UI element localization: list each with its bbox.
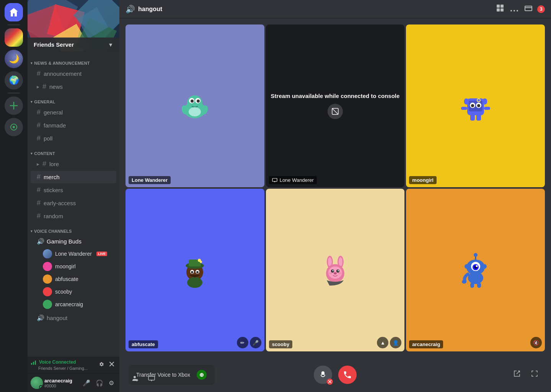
home-server-icon[interactable] <box>5 3 23 21</box>
channel-general[interactable]: # general 👤+ ⚙ <box>31 106 116 119</box>
chevron-up-icon[interactable]: ▲ <box>377 337 388 348</box>
svg-point-63 <box>329 272 333 274</box>
microphone-toggle-icon[interactable]: 🎤 <box>80 377 93 389</box>
voice-member-moongirl[interactable]: moongirl <box>31 260 116 273</box>
current-user-info: arcanecraig #0000 <box>44 378 79 388</box>
settings-icon[interactable]: ⚙ <box>107 109 113 116</box>
category-content[interactable]: ▾ CONTENT <box>28 145 119 157</box>
more-options-icon[interactable] <box>509 3 520 15</box>
voice-channel-hangout[interactable]: 🔊 hangout <box>31 312 116 324</box>
video-tile-arcanecraig: arcanecraig 🔇 <box>406 189 545 351</box>
explore-servers-button[interactable] <box>5 118 23 136</box>
svg-point-35 <box>477 104 480 107</box>
voice-member-scooby[interactable]: scooby <box>31 286 116 298</box>
mute-arcanecraig-icon[interactable]: 🔇 <box>530 337 542 348</box>
hang-up-button[interactable] <box>338 366 357 384</box>
planet-server-icon[interactable]: 🌍 <box>5 71 23 90</box>
svg-rect-80 <box>148 376 155 380</box>
svg-rect-3 <box>33 362 34 365</box>
call-right-controls <box>510 366 542 383</box>
moongirl-avatar-tile <box>456 87 495 125</box>
grid-view-icon[interactable] <box>494 2 506 16</box>
video-tile-moongirl: moongirl <box>406 24 545 187</box>
svg-point-71 <box>476 265 478 267</box>
speaker-icon: 🔊 <box>37 238 44 245</box>
main-content: 🔊 hangout 3 <box>119 0 551 392</box>
mute-tile-icon[interactable]: 🎤 <box>250 337 261 348</box>
svg-rect-6 <box>500 5 504 8</box>
channel-fanmade[interactable]: # fanmade <box>31 119 116 132</box>
headphones-toggle-icon[interactable]: 🎧 <box>93 377 106 389</box>
arcanecraig-avatar-tile <box>456 251 495 289</box>
add-member-icon[interactable]: 👤+ <box>94 109 105 116</box>
channel-poll[interactable]: # poll <box>31 132 116 145</box>
popout-icon[interactable] <box>510 366 524 383</box>
screen-share-icon[interactable] <box>145 372 158 387</box>
fullscreen-icon[interactable] <box>527 366 542 383</box>
voice-member-lone-wanderer[interactable]: Lone Wanderer LIVE <box>31 248 116 260</box>
current-user-avatar[interactable] <box>31 377 43 389</box>
video-grid: Lone Wanderer Stream unavailable while c… <box>126 24 545 351</box>
voice-settings-icon[interactable] <box>96 359 106 370</box>
voice-member-abfuscate[interactable]: abfuscate <box>31 273 116 285</box>
svg-rect-7 <box>497 8 500 11</box>
channels-list: ▾ NEWS & ANNOUNCEMENT # announcement ▶ #… <box>28 52 119 357</box>
tile-label-lone-wanderer: Lone Wanderer <box>129 176 171 184</box>
svg-point-1 <box>13 126 15 128</box>
channel-merch[interactable]: # merch <box>31 171 116 183</box>
tile-label-arcanecraig: arcanecraig <box>409 340 443 348</box>
svg-point-61 <box>337 270 339 271</box>
signal-icon <box>31 359 37 365</box>
channel-random[interactable]: # random <box>31 210 116 222</box>
tile-controls-abfuscate: ✏ 🎤 <box>237 337 261 348</box>
channel-lore[interactable]: ▶ # lore <box>31 158 116 170</box>
voice-connected-status: Voice Connected <box>31 359 88 365</box>
monitor-icon <box>272 178 277 183</box>
svg-rect-38 <box>470 114 475 121</box>
server-name-bar[interactable]: Friends Server ▼ <box>28 38 119 52</box>
svg-point-74 <box>468 272 483 284</box>
svg-rect-30 <box>483 98 487 105</box>
abfuscate-avatar <box>43 274 52 284</box>
add-person-icon[interactable] <box>129 372 141 387</box>
channel-header: 🔊 hangout 3 <box>119 0 551 18</box>
svg-point-46 <box>200 261 202 263</box>
svg-point-60 <box>332 270 333 271</box>
moon-server-icon[interactable]: 🌙 <box>5 50 23 68</box>
moongirl-avatar <box>43 262 52 271</box>
stream-unavailable-text: Stream unavailable while connected to co… <box>271 93 400 99</box>
category-general[interactable]: ▾ GENERAL <box>28 93 119 106</box>
bottom-user-bar: arcanecraig #0000 🎤 🎧 ⚙ <box>28 373 119 392</box>
focus-view-icon[interactable] <box>523 2 534 16</box>
bottom-controls: 🎤 🎧 ⚙ <box>80 377 116 389</box>
tile-controls-scooby: ▲ 👤 <box>377 337 401 348</box>
friends-server-icon[interactable] <box>5 28 23 47</box>
speaker-icon-hangout: 🔊 <box>37 314 44 322</box>
add-server-button[interactable] <box>5 96 23 115</box>
scooby-avatar <box>43 287 52 296</box>
user-settings-icon[interactable]: ⚙ <box>106 377 116 389</box>
svg-point-49 <box>191 271 193 273</box>
call-center-controls <box>314 366 357 384</box>
add-user-tile-icon[interactable]: 👤 <box>390 337 401 348</box>
edit-tile-icon[interactable]: ✏ <box>237 337 248 348</box>
category-voice-channels[interactable]: ▾ VOICE CHANNELS <box>28 223 119 235</box>
voice-channel-gaming-buds[interactable]: 🔊 Gaming Buds <box>31 235 116 247</box>
svg-point-55 <box>339 257 342 266</box>
channel-news[interactable]: ▶ # news <box>31 80 116 93</box>
svg-point-64 <box>338 272 342 274</box>
bottom-left-actions <box>129 372 158 387</box>
scooby-avatar-tile <box>316 251 354 289</box>
voice-member-arcanecraig[interactable]: arcanecraig <box>31 298 116 310</box>
svg-rect-12 <box>525 6 532 11</box>
tile-label-scooby: scooby <box>269 340 293 348</box>
svg-rect-25 <box>272 178 277 181</box>
svg-point-37 <box>478 99 480 101</box>
svg-rect-77 <box>477 283 481 288</box>
svg-point-73 <box>482 264 487 269</box>
disconnect-icon[interactable] <box>107 359 116 370</box>
category-news-announcement[interactable]: ▾ NEWS & ANNOUNCEMENT <box>28 55 119 67</box>
channel-stickers[interactable]: # stickers <box>31 184 116 196</box>
channel-early-access[interactable]: # early-access <box>31 197 116 209</box>
channel-announcement[interactable]: # announcement <box>31 67 116 80</box>
